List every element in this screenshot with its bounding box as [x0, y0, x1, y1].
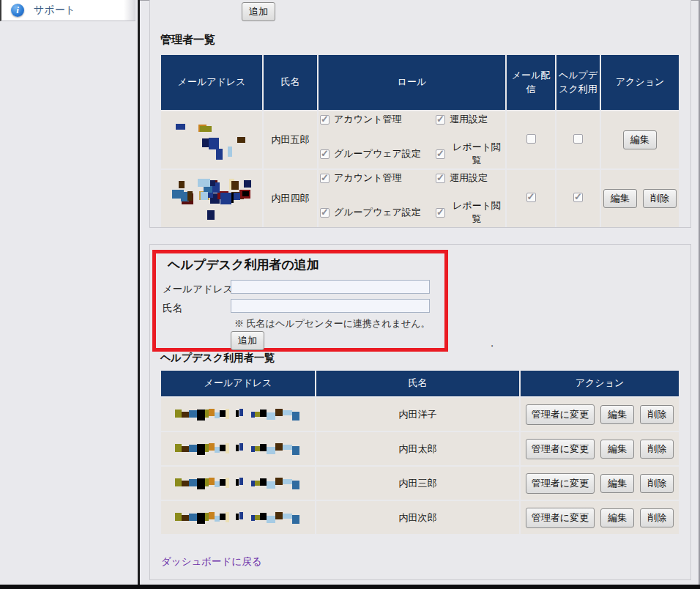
role-checkbox-operation[interactable]	[436, 115, 445, 125]
table-row: 内田次郎 管理者に変更 編集 削除	[161, 501, 679, 534]
role-cell: アカウント管理 運用設定 グループウェア設定 レポート閲覧	[319, 170, 505, 227]
edit-button[interactable]: 編集	[600, 474, 634, 493]
stray-dot: .	[491, 336, 494, 349]
redacted-email	[175, 442, 301, 455]
user-name: 内田洋子	[316, 398, 519, 431]
helpdesk-use-cell	[556, 170, 600, 227]
col-role: ロール	[319, 55, 505, 110]
helpdesk-table: メールアドレス 氏名 アクション 内田洋子 管理者に変更 編集 削除 内田太郎 …	[160, 369, 680, 536]
redacted-email-cell	[161, 501, 315, 534]
back-to-dashboard-link[interactable]: ダッシュボードに戻る	[161, 555, 262, 568]
col-name: 氏名	[316, 371, 519, 396]
mail-delivery-checkbox[interactable]	[526, 193, 536, 202]
redacted-email	[175, 511, 301, 524]
edit-button[interactable]: 編集	[600, 440, 634, 459]
role-label: レポート閲覧	[450, 199, 504, 226]
role-label: レポート閲覧	[450, 141, 504, 167]
col-name: 氏名	[264, 55, 317, 110]
col-helpdesk-use: ヘルプデスク利用	[556, 55, 600, 110]
app-window: i サポート 追加 管理者一覧 メールアドレス 氏名 ロール メール配信 ヘルプ…	[0, 0, 700, 589]
action-cell: 管理者に変更 編集 削除	[521, 398, 679, 431]
add-helpdesk-user-button[interactable]: 追加	[231, 331, 264, 350]
role-label: 運用設定	[450, 171, 488, 185]
admin-panel: 追加 管理者一覧 メールアドレス 氏名 ロール メール配信 ヘルプデスク利用 ア…	[149, 0, 691, 228]
delete-button[interactable]: 削除	[643, 189, 677, 208]
mail-delivery-cell	[507, 111, 555, 168]
role-checkbox-report[interactable]	[436, 208, 445, 218]
mail-delivery-checkbox[interactable]	[526, 134, 536, 144]
admin-table-header-row: メールアドレス 氏名 ロール メール配信 ヘルプデスク利用 アクション	[161, 55, 679, 110]
window-bottom-edge	[0, 585, 700, 589]
role-checkbox-operation[interactable]	[436, 174, 445, 183]
table-row: 内田洋子 管理者に変更 編集 削除	[161, 398, 679, 431]
helpdesk-list-heading: ヘルプデスク利用者一覧	[160, 352, 275, 365]
change-to-admin-button[interactable]: 管理者に変更	[526, 473, 595, 494]
action-cell: 管理者に変更 編集 削除	[521, 467, 679, 500]
role-checkbox-groupware[interactable]	[320, 149, 329, 159]
action-cell: 管理者に変更 編集 削除	[521, 432, 679, 465]
user-name: 内田三郎	[316, 467, 519, 500]
add-admin-button[interactable]: 追加	[242, 2, 275, 21]
col-email: メールアドレス	[161, 371, 315, 396]
redacted-email-cell	[161, 467, 315, 500]
redacted-email	[171, 177, 253, 221]
helpdesk-add-heading: ヘルプデスク利用者の追加	[168, 256, 319, 273]
change-to-admin-button[interactable]: 管理者に変更	[526, 439, 595, 459]
info-icon: i	[11, 4, 24, 17]
redacted-email-cell	[161, 432, 315, 465]
redacted-email	[175, 408, 301, 421]
user-name: 内田次郎	[316, 501, 519, 534]
role-label: アカウント管理	[334, 113, 402, 126]
role-checkbox-account[interactable]	[320, 115, 329, 125]
edit-button[interactable]: 編集	[600, 405, 634, 424]
redacted-email	[175, 119, 248, 160]
delete-button[interactable]: 削除	[640, 508, 674, 527]
col-action: アクション	[521, 371, 679, 396]
delete-button[interactable]: 削除	[640, 440, 674, 459]
role-label: アカウント管理	[334, 171, 402, 185]
admin-table: メールアドレス 氏名 ロール メール配信 ヘルプデスク利用 アクション 内田五郎…	[160, 53, 680, 229]
role-checkbox-account[interactable]	[320, 174, 329, 183]
edit-button[interactable]: 編集	[623, 130, 657, 149]
email-label: メールアドレス	[163, 283, 233, 296]
table-row: 内田太郎 管理者に変更 編集 削除	[161, 432, 679, 465]
edit-button[interactable]: 編集	[603, 189, 637, 208]
table-row: 内田五郎 アカウント管理 運用設定 グループウェア設定 レポート閲覧 編集	[161, 111, 679, 168]
redacted-email	[175, 477, 301, 489]
helpdesk-panel: ヘルプデスク利用者の追加 メールアドレス 氏名 ※ 氏名はヘルプセンターに連携さ…	[149, 244, 691, 580]
table-row: 内田三郎 管理者に変更 編集 削除	[161, 467, 679, 500]
action-cell: 編集 削除	[601, 170, 679, 227]
change-to-admin-button[interactable]: 管理者に変更	[526, 508, 595, 528]
admin-name: 内田五郎	[264, 111, 317, 168]
helpdesk-use-checkbox[interactable]	[573, 134, 583, 144]
role-cell: アカウント管理 運用設定 グループウェア設定 レポート閲覧	[319, 111, 505, 168]
helpdesk-table-header-row: メールアドレス 氏名 アクション	[161, 371, 679, 396]
role-checkbox-report[interactable]	[436, 149, 445, 159]
edit-button[interactable]: 編集	[600, 508, 634, 527]
sidebar: i サポート	[0, 0, 138, 589]
redacted-email-cell	[161, 111, 262, 168]
sidebar-item-support[interactable]: i サポート	[0, 0, 135, 21]
redacted-email-cell	[161, 170, 262, 227]
delete-button[interactable]: 削除	[640, 474, 674, 493]
change-to-admin-button[interactable]: 管理者に変更	[526, 404, 595, 425]
action-cell: 編集	[601, 111, 679, 168]
helpdesk-use-checkbox[interactable]	[573, 193, 583, 202]
table-row: 内田四郎 アカウント管理 運用設定 グループウェア設定 レポート閲覧 編集 削除	[161, 170, 679, 227]
role-checkbox-groupware[interactable]	[320, 208, 329, 218]
col-email: メールアドレス	[161, 55, 262, 110]
user-name: 内田太郎	[316, 432, 519, 465]
delete-button[interactable]: 削除	[640, 405, 674, 424]
admin-name: 内田四郎	[264, 170, 317, 227]
role-label: グループウェア設定	[334, 206, 421, 219]
action-cell: 管理者に変更 編集 削除	[521, 501, 679, 534]
col-action: アクション	[601, 55, 679, 110]
name-field[interactable]	[231, 299, 430, 313]
mail-delivery-cell	[507, 170, 555, 227]
admin-list-heading: 管理者一覧	[160, 33, 215, 47]
email-field[interactable]	[231, 280, 430, 294]
helpdesk-add-highlight: ヘルプデスク利用者の追加 メールアドレス 氏名 ※ 氏名はヘルプセンターに連携さ…	[152, 250, 448, 352]
redacted-email-cell	[161, 398, 315, 431]
role-label: 運用設定	[450, 113, 488, 126]
sidebar-item-label: サポート	[34, 4, 75, 17]
